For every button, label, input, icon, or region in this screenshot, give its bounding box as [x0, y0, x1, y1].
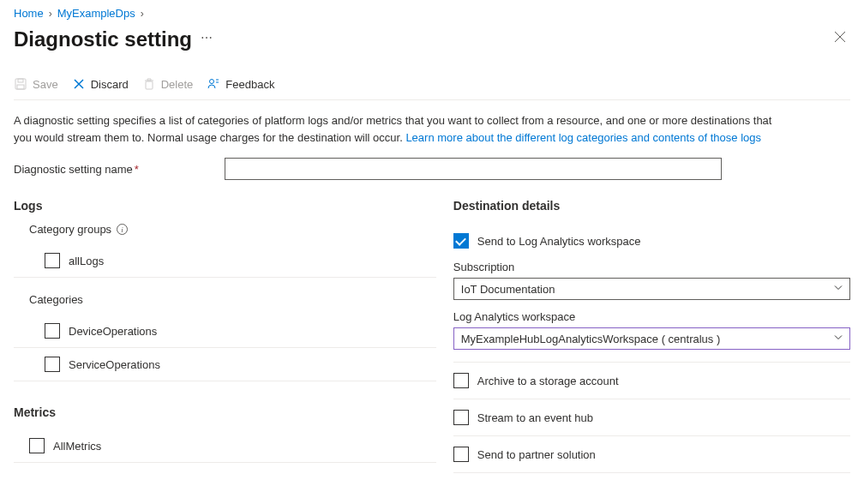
close-icon	[833, 30, 847, 44]
setting-name-input[interactable]	[225, 158, 722, 180]
category-groups-label: Category groups i	[29, 223, 436, 236]
alllogs-row: allLogs	[14, 244, 436, 278]
alllogs-label: allLogs	[69, 255, 104, 267]
close-button[interactable]	[830, 27, 850, 51]
page-title: Diagnostic setting	[14, 27, 192, 51]
partner-checkbox[interactable]	[453, 447, 469, 462]
svg-point-4	[210, 80, 214, 84]
chevron-right-icon: ›	[49, 8, 52, 20]
setting-name-label: Diagnostic setting name*	[14, 163, 225, 176]
eventhub-checkbox[interactable]	[453, 410, 469, 425]
svg-rect-2	[17, 85, 24, 89]
delete-label: Delete	[161, 78, 194, 91]
categories-label: Categories	[29, 293, 436, 306]
feedback-icon	[207, 77, 220, 91]
partner-label: Send to partner solution	[477, 448, 596, 461]
save-button[interactable]: Save	[14, 77, 58, 91]
serviceoperations-checkbox[interactable]	[45, 357, 60, 372]
description-text: A diagnostic setting specifies a list of…	[14, 112, 785, 146]
delete-button[interactable]: Delete	[142, 77, 194, 91]
workspace-select[interactable]: MyExampleHubLogAnalyticsWorkspace ( cent…	[453, 327, 850, 350]
delete-icon	[142, 77, 156, 91]
alllogs-checkbox[interactable]	[45, 253, 60, 268]
toolbar: Save Discard Delete Feedback	[14, 69, 850, 100]
learn-more-link[interactable]: Learn more about the different log categ…	[405, 131, 761, 144]
info-icon[interactable]: i	[117, 224, 128, 235]
allmetrics-label: AllMetrics	[53, 440, 101, 453]
more-icon[interactable]: ⋯	[201, 31, 213, 48]
metrics-title: Metrics	[14, 405, 436, 419]
feedback-label: Feedback	[225, 78, 274, 91]
breadcrumb-home[interactable]: Home	[14, 7, 44, 20]
svg-rect-3	[146, 81, 153, 89]
eventhub-label: Stream to an event hub	[477, 411, 593, 424]
log-analytics-label: Send to Log Analytics workspace	[477, 235, 641, 248]
deviceoperations-label: DeviceOperations	[69, 325, 157, 338]
chevron-right-icon: ›	[141, 8, 144, 20]
breadcrumb: Home › MyExampleDps ›	[14, 7, 850, 20]
allmetrics-row: AllMetrics	[14, 429, 436, 463]
dest-eventhub: Stream to an event hub	[453, 399, 850, 436]
serviceoperations-row: ServiceOperations	[14, 348, 436, 381]
feedback-button[interactable]: Feedback	[207, 77, 274, 91]
svg-rect-1	[18, 79, 23, 82]
allmetrics-checkbox[interactable]	[29, 438, 45, 453]
serviceoperations-label: ServiceOperations	[69, 358, 160, 371]
dest-storage: Archive to a storage account	[453, 363, 850, 399]
discard-label: Discard	[91, 78, 129, 91]
log-analytics-checkbox[interactable]	[453, 233, 469, 249]
storage-label: Archive to a storage account	[477, 375, 619, 387]
save-label: Save	[33, 78, 58, 91]
save-icon	[14, 77, 27, 91]
deviceoperations-row: DeviceOperations	[14, 315, 436, 348]
discard-button[interactable]: Discard	[72, 77, 129, 91]
workspace-label: Log Analytics workspace	[453, 310, 850, 323]
storage-checkbox[interactable]	[453, 373, 469, 388]
destination-title: Destination details	[453, 199, 850, 213]
dest-partner: Send to partner solution	[453, 436, 850, 473]
deviceoperations-checkbox[interactable]	[45, 323, 60, 339]
logs-title: Logs	[14, 199, 436, 213]
subscription-select[interactable]: IoT Documentation	[453, 278, 850, 300]
discard-icon	[72, 77, 86, 91]
breadcrumb-resource[interactable]: MyExampleDps	[57, 7, 135, 20]
subscription-label: Subscription	[453, 261, 850, 273]
dest-log-analytics: Send to Log Analytics workspace Subscrip…	[453, 223, 850, 363]
